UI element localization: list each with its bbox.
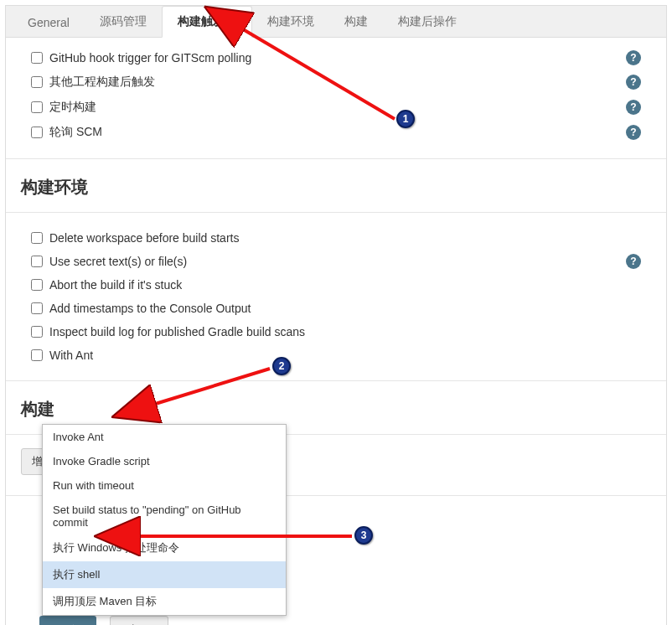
checkbox-delete-ws[interactable]: [31, 232, 43, 244]
logo-icon: 亿速云: [603, 620, 664, 625]
dropdown-item-github-pending[interactable]: Set build status to "pending" on GitHub …: [43, 498, 286, 535]
tab-post[interactable]: 构建后操作: [383, 7, 472, 37]
label-github-hook: GitHub hook trigger for GITScm polling: [49, 51, 641, 65]
checkbox-secret[interactable]: [31, 256, 43, 267]
checkbox-gradle-scan[interactable]: [31, 326, 43, 338]
env-heading: 构建环境: [6, 164, 666, 207]
checkbox-timed[interactable]: [31, 101, 43, 113]
dropdown-item-run-timeout[interactable]: Run with timeout: [43, 473, 286, 498]
row-with-ant: With Ant: [19, 343, 653, 367]
annotation-marker-3: 3: [354, 526, 373, 545]
checkbox-abort[interactable]: [31, 279, 43, 291]
tab-scm[interactable]: 源码管理: [85, 7, 162, 37]
checkbox-timestamps[interactable]: [31, 302, 43, 314]
label-secret: Use secret text(s) or file(s): [49, 255, 641, 268]
checkbox-poll-scm[interactable]: [31, 127, 43, 138]
help-icon[interactable]: ?: [626, 75, 641, 90]
help-icon[interactable]: ?: [626, 125, 641, 140]
checkbox-other-project[interactable]: [31, 76, 43, 88]
build-heading: 构建: [6, 386, 666, 429]
checkbox-github-hook[interactable]: [31, 52, 43, 64]
tab-build[interactable]: 构建: [329, 7, 383, 37]
tab-env[interactable]: 构建环境: [252, 7, 329, 37]
tab-triggers[interactable]: 构建触发器: [162, 6, 252, 38]
label-timestamps: Add timestamps to the Console Output: [49, 302, 641, 315]
annotation-marker-1: 1: [396, 110, 415, 128]
triggers-section: GitHub hook trigger for GITScm polling ?…: [6, 38, 666, 153]
label-timed: 定时构建: [49, 100, 641, 115]
row-delete-ws: Delete workspace before build starts: [19, 226, 653, 250]
divider: [6, 380, 666, 381]
row-github-hook: GitHub hook trigger for GITScm polling ?: [19, 46, 653, 70]
dropdown-item-windows-batch[interactable]: 执行 Windows 批处理命令: [43, 535, 286, 561]
row-abort: Abort the build if it's stuck: [19, 273, 653, 297]
row-poll-scm: 轮询 SCM ?: [19, 120, 653, 145]
row-gradle-scan: Inspect build log for published Gradle b…: [19, 320, 653, 343]
label-delete-ws: Delete workspace before build starts: [49, 231, 641, 245]
help-icon[interactable]: ?: [626, 254, 641, 269]
dropdown-item-invoke-gradle[interactable]: Invoke Gradle script: [43, 449, 286, 473]
build-step-dropdown: Invoke Ant Invoke Gradle script Run with…: [42, 424, 287, 616]
label-abort: Abort the build if it's stuck: [49, 278, 641, 292]
divider: [6, 212, 666, 213]
tab-general[interactable]: General: [13, 8, 85, 37]
save-button[interactable]: 保存: [39, 616, 96, 625]
apply-button[interactable]: 应用: [110, 616, 168, 625]
checkbox-with-ant[interactable]: [31, 349, 43, 361]
env-section: Delete workspace before build starts Use…: [6, 218, 666, 375]
label-gradle-scan: Inspect build log for published Gradle b…: [49, 325, 641, 338]
divider: [6, 158, 666, 159]
help-icon[interactable]: ?: [626, 100, 641, 115]
row-timed: 定时构建 ?: [19, 95, 653, 120]
help-icon[interactable]: ?: [626, 50, 641, 65]
section-tabs: General 源码管理 构建触发器 构建环境 构建 构建后操作: [6, 6, 666, 38]
dropdown-item-maven-top[interactable]: 调用顶层 Maven 目标: [43, 588, 286, 615]
label-other-project: 其他工程构建后触发: [49, 75, 641, 90]
label-with-ant: With Ant: [49, 349, 641, 362]
dropdown-item-invoke-ant[interactable]: Invoke Ant: [43, 425, 286, 449]
annotation-marker-2: 2: [272, 357, 291, 375]
row-secret: Use secret text(s) or file(s) ?: [19, 250, 653, 273]
row-timestamps: Add timestamps to the Console Output: [19, 297, 653, 320]
dropdown-item-execute-shell[interactable]: 执行 shell: [43, 561, 286, 588]
row-other-project: 其他工程构建后触发 ?: [19, 70, 653, 95]
label-poll-scm: 轮询 SCM: [49, 125, 641, 140]
